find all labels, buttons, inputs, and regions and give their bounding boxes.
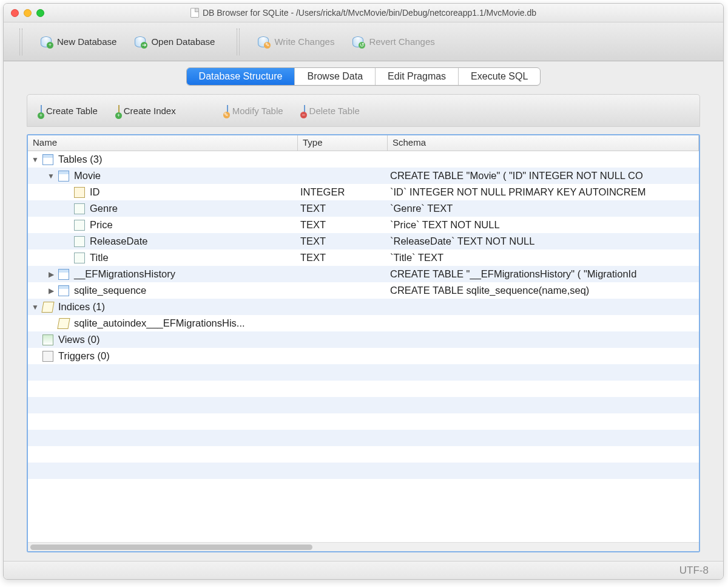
schema-tree: Name Type Schema ▼Tables (3) ▼Movie CREA… <box>27 134 700 552</box>
database-new-icon: + <box>39 35 53 49</box>
expand-toggle-icon[interactable]: ▶ <box>44 270 58 279</box>
column-name: Genre <box>90 203 118 214</box>
empty-row <box>28 446 699 463</box>
tree-column[interactable]: ▶ID INTEGER `ID` INTEGER NOT NULL PRIMAR… <box>28 184 699 200</box>
create-index-button[interactable]: + Create Index <box>116 103 188 118</box>
minimize-window-button[interactable] <box>24 9 32 17</box>
column-icon <box>74 253 85 263</box>
create-index-label: Create Index <box>124 106 176 116</box>
table-icon <box>58 285 69 296</box>
column-icon <box>74 236 85 247</box>
window-controls <box>11 9 44 17</box>
delete-table-label: Delete Table <box>309 106 360 116</box>
tab-edit-pragmas[interactable]: Edit Pragmas <box>376 68 459 85</box>
column-schema: `Price` TEXT NOT NULL <box>388 219 699 231</box>
window-title-text: DB Browser for SQLite - /Users/ricka/t/M… <box>203 8 536 18</box>
column-icon <box>74 220 85 231</box>
expand-toggle-icon[interactable]: ▼ <box>28 303 42 311</box>
tab-browse-data[interactable]: Browse Data <box>295 68 376 85</box>
table-schema: CREATE TABLE "Movie" ( "ID" INTEGER NOT … <box>388 170 699 182</box>
status-bar: UTF-8 <box>4 561 723 579</box>
column-name: Price <box>90 219 113 231</box>
col-header-type[interactable]: Type <box>298 135 388 151</box>
index-name: sqlite_autoindex___EFMigrationsHis... <box>74 317 245 329</box>
close-window-button[interactable] <box>11 9 19 17</box>
col-header-name[interactable]: Name <box>28 135 298 151</box>
tree-group-views[interactable]: ▶Views (0) <box>28 331 699 348</box>
tab-database-structure[interactable]: Database Structure <box>187 68 295 85</box>
titlebar: DB Browser for SQLite - /Users/ricka/t/M… <box>4 4 723 22</box>
database-write-icon: ✎ <box>257 35 270 49</box>
scrollbar-thumb[interactable] <box>30 545 312 550</box>
tree-column[interactable]: ▶Genre TEXT `Genre` TEXT <box>28 200 699 217</box>
open-database-button[interactable]: ➜ Open Database <box>130 32 223 52</box>
table-schema: CREATE TABLE "__EFMigrationsHistory" ( "… <box>388 268 699 280</box>
write-changes-label: Write Changes <box>274 36 334 47</box>
tree-index[interactable]: ▶sqlite_autoindex___EFMigrationsHis... <box>28 315 699 331</box>
tree-column[interactable]: ▶Price TEXT `Price` TEXT NOT NULL <box>28 217 699 233</box>
create-table-button[interactable]: + Create Table <box>38 103 110 118</box>
empty-row <box>28 463 699 479</box>
column-schema: `ID` INTEGER NOT NULL PRIMARY KEY AUTOIN… <box>388 186 699 198</box>
tree-column[interactable]: ▶Title TEXT `Title` TEXT <box>28 249 699 266</box>
col-header-schema[interactable]: Schema <box>388 135 699 151</box>
tab-execute-sql[interactable]: Execute SQL <box>459 68 540 85</box>
expand-toggle-icon[interactable]: ▼ <box>28 155 42 164</box>
database-open-icon: ➜ <box>133 35 147 49</box>
table-name: sqlite_sequence <box>74 285 146 296</box>
table-name: __EFMigrationsHistory <box>74 268 175 280</box>
content-area: Database Structure Browse Data Edit Prag… <box>4 61 723 561</box>
views-label: Views (0) <box>58 334 99 345</box>
delete-table-button[interactable]: − Delete Table <box>302 103 372 118</box>
index-icon <box>57 318 70 329</box>
window-title: DB Browser for SQLite - /Users/ricka/t/M… <box>10 8 717 18</box>
create-table-icon: + <box>41 106 42 116</box>
modify-table-button[interactable]: ✎ Modify Table <box>224 103 295 118</box>
tree-group-triggers[interactable]: ▶Triggers (0) <box>28 348 699 364</box>
revert-changes-button[interactable]: ↺ Revert Changes <box>348 32 443 52</box>
main-tabs: Database Structure Browse Data Edit Prag… <box>186 67 541 86</box>
delete-table-icon: − <box>304 106 305 116</box>
tabs-row: Database Structure Browse Data Edit Prag… <box>4 61 723 89</box>
table-schema: CREATE TABLE sqlite_sequence(name,seq) <box>388 285 699 296</box>
encoding-label: UTF-8 <box>679 565 709 577</box>
structure-panel: + Create Table + Create Index ✎ Modify T… <box>27 94 700 552</box>
table-actions-toolbar: + Create Table + Create Index ✎ Modify T… <box>27 94 700 127</box>
expand-toggle-icon[interactable]: ▶ <box>44 287 58 295</box>
tree-group-indices[interactable]: ▼Indices (1) <box>28 299 699 315</box>
modify-table-icon: ✎ <box>227 106 228 116</box>
tree-group-tables[interactable]: ▼Tables (3) <box>28 151 699 168</box>
column-name: ReleaseDate <box>90 236 147 247</box>
column-type: TEXT <box>298 236 388 247</box>
empty-row <box>28 479 699 495</box>
horizontal-scrollbar[interactable] <box>28 542 699 551</box>
modify-table-label: Modify Table <box>232 106 283 116</box>
app-window: DB Browser for SQLite - /Users/ricka/t/M… <box>3 3 724 580</box>
tree-table-efmigrations[interactable]: ▶__EFMigrationsHistory CREATE TABLE "__E… <box>28 266 699 282</box>
new-database-button[interactable]: + New Database <box>36 32 125 52</box>
column-schema: `Genre` TEXT <box>388 203 699 214</box>
column-schema: `Title` TEXT <box>388 252 699 263</box>
tree-table-movie[interactable]: ▼Movie CREATE TABLE "Movie" ( "ID" INTEG… <box>28 168 699 184</box>
zoom-window-button[interactable] <box>36 9 44 17</box>
column-type: TEXT <box>298 219 388 231</box>
open-database-label: Open Database <box>151 36 215 47</box>
column-type: TEXT <box>298 203 388 214</box>
empty-row <box>28 397 699 413</box>
write-changes-button[interactable]: ✎ Write Changes <box>253 32 343 52</box>
tree-column[interactable]: ▶ReleaseDate TEXT `ReleaseDate` TEXT NOT… <box>28 233 699 249</box>
create-table-label: Create Table <box>46 106 98 116</box>
table-icon <box>58 269 69 280</box>
document-icon <box>190 8 199 18</box>
column-schema: `ReleaseDate` TEXT NOT NULL <box>388 236 699 247</box>
column-type: TEXT <box>298 252 388 263</box>
toolbar-grip[interactable] <box>19 29 22 55</box>
column-icon <box>74 203 85 214</box>
empty-row <box>28 381 699 397</box>
indices-label: Indices (1) <box>58 301 105 313</box>
tables-group-icon <box>42 154 53 165</box>
tables-label: Tables (3) <box>58 154 102 165</box>
empty-row <box>28 413 699 430</box>
expand-toggle-icon[interactable]: ▼ <box>44 172 58 180</box>
tree-table-sqlite-sequence[interactable]: ▶sqlite_sequence CREATE TABLE sqlite_seq… <box>28 282 699 299</box>
